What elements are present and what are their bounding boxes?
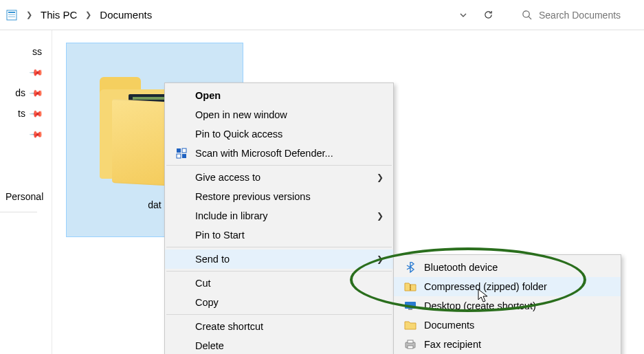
- menu-item-open-new-window[interactable]: Open in new window: [165, 105, 393, 124]
- svg-rect-14: [405, 302, 416, 309]
- svg-rect-9: [182, 154, 186, 158]
- svg-rect-11: [410, 285, 411, 286]
- bluetooth-icon: [402, 260, 419, 275]
- sidebar-item-label: ss: [32, 46, 42, 57]
- desktop-icon: [402, 298, 419, 313]
- menu-item-cut[interactable]: Cut: [165, 274, 393, 293]
- svg-rect-8: [177, 154, 181, 158]
- menu-item-send-to[interactable]: Send to❯: [165, 250, 393, 269]
- sidebar-quick-item[interactable]: ds📌: [0, 82, 52, 103]
- svg-rect-1: [8, 12, 15, 13]
- pin-icon: 📌: [29, 85, 44, 100]
- sidebar-quick-item[interactable]: ts📌: [0, 103, 52, 124]
- search-icon: [522, 10, 532, 20]
- submenu-item-fax[interactable]: Fax recipient: [394, 335, 621, 354]
- history-dropdown-button[interactable]: [453, 5, 474, 25]
- breadcrumb-separator: ❯: [22, 10, 36, 19]
- svg-rect-3: [8, 16, 15, 17]
- sidebar-quick-item[interactable]: 📌: [0, 62, 52, 82]
- fax-icon: [402, 337, 419, 352]
- menu-item-delete[interactable]: Delete: [165, 336, 393, 354]
- svg-rect-12: [410, 287, 411, 288]
- breadcrumb-separator: ❯: [81, 10, 96, 19]
- menu-separator: [166, 314, 392, 315]
- folder-icon: [402, 318, 419, 333]
- submenu-arrow-icon: ❯: [377, 254, 384, 264]
- sendto-submenu: Bluetooth device Compressed (zipped) fol…: [393, 254, 621, 354]
- sidebar-quick-item[interactable]: 📌: [0, 124, 52, 144]
- svg-line-5: [529, 16, 531, 19]
- location-icon: [5, 9, 18, 21]
- submenu-item-bluetooth[interactable]: Bluetooth device: [394, 258, 621, 277]
- pin-icon: 📌: [29, 126, 44, 142]
- address-bar: ❯ This PC ❯ Documents: [0, 0, 644, 30]
- menu-item-give-access[interactable]: Give access to❯: [165, 168, 393, 187]
- defender-icon: [173, 146, 190, 161]
- submenu-arrow-icon: ❯: [377, 211, 384, 221]
- menu-separator: [166, 271, 392, 272]
- menu-item-create-shortcut[interactable]: Create shortcut: [165, 317, 393, 336]
- submenu-item-compressed-folder[interactable]: Compressed (zipped) folder: [394, 277, 621, 296]
- zip-folder-icon: [402, 279, 419, 294]
- menu-item-open[interactable]: Open: [165, 86, 393, 105]
- sidebar-personal[interactable]: Personal: [0, 183, 52, 210]
- sidebar-quick-item[interactable]: ss: [0, 41, 52, 62]
- svg-rect-17: [408, 340, 413, 343]
- pin-icon: 📌: [29, 106, 44, 121]
- sidebar-item-label: ds: [15, 87, 25, 98]
- svg-rect-15: [408, 309, 412, 310]
- menu-item-copy[interactable]: Copy: [165, 293, 393, 312]
- svg-rect-7: [182, 148, 186, 153]
- menu-item-restore-versions[interactable]: Restore previous versions: [165, 187, 393, 206]
- menu-separator: [166, 247, 392, 247]
- folder-label: dat: [148, 199, 161, 210]
- menu-item-pin-quick-access[interactable]: Pin to Quick access: [165, 124, 393, 144]
- svg-rect-18: [408, 346, 413, 349]
- menu-item-scan-defender[interactable]: Scan with Microsoft Defender...: [165, 144, 393, 163]
- sidebar: ss 📌 ds📌 ts📌 📌 Personal: [0, 30, 52, 354]
- sidebar-separator: [0, 212, 37, 212]
- sidebar-item-label: ts: [18, 108, 25, 119]
- submenu-item-documents[interactable]: Documents: [394, 316, 621, 335]
- menu-item-include-library[interactable]: Include in library❯: [165, 206, 393, 225]
- refresh-button[interactable]: [478, 5, 498, 25]
- breadcrumb-documents[interactable]: Documents: [100, 9, 152, 21]
- svg-rect-2: [8, 14, 15, 15]
- menu-item-pin-start[interactable]: Pin to Start: [165, 225, 393, 245]
- context-menu: Open Open in new window Pin to Quick acc…: [164, 82, 394, 354]
- svg-rect-13: [410, 289, 411, 290]
- submenu-arrow-icon: ❯: [377, 173, 384, 182]
- menu-separator: [166, 165, 392, 166]
- search-input[interactable]: [539, 10, 639, 21]
- search-box[interactable]: [515, 5, 639, 25]
- submenu-item-desktop-shortcut[interactable]: Desktop (create shortcut): [394, 296, 621, 316]
- svg-rect-6: [177, 148, 181, 153]
- svg-point-4: [523, 11, 529, 17]
- breadcrumb-this-pc[interactable]: This PC: [41, 9, 77, 21]
- pin-icon: 📌: [29, 65, 44, 80]
